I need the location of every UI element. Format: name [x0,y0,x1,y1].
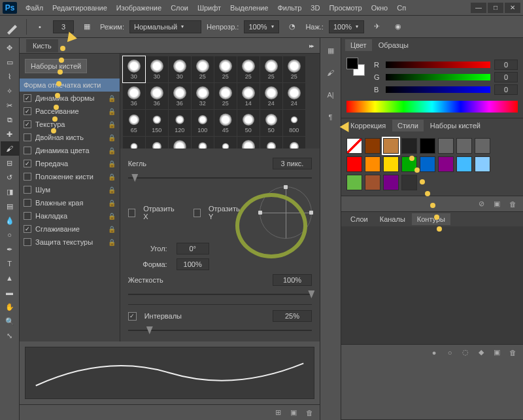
flip-x-checkbox[interactable] [128,209,135,217]
brush-thumb[interactable]: 30 [169,56,191,82]
maximize-button[interactable]: □ [488,3,503,13]
lasso-tool[interactable]: ⌇ [1,69,19,84]
style-swatch[interactable] [456,156,472,172]
brush-option-9[interactable]: Влажные края🔒 [20,196,120,209]
eraser-tool[interactable]: ◨ [1,184,19,199]
brush-presets-button[interactable]: Наборы кистей [25,59,87,73]
style-swatch[interactable] [383,138,399,154]
brush-thumb[interactable]: 36 [169,83,191,109]
brush-thumb[interactable]: 45 [214,110,237,136]
menu-help[interactable]: Сп [392,4,411,12]
brush-thumb[interactable]: 100 [192,110,214,136]
brush-option-checkbox[interactable] [24,94,31,102]
tab-color[interactable]: Цвет [345,39,372,51]
delete-style-icon[interactable]: 🗑 [507,199,518,209]
path-select-tool[interactable]: ▲ [1,271,19,285]
style-swatch[interactable] [383,156,399,172]
brush-thumb[interactable]: 50 [237,110,260,136]
brush-thumb[interactable]: 24 [260,83,282,109]
brush-thumb[interactable]: 641 [214,137,237,149]
menu-select[interactable]: Выделение [226,4,273,12]
brush-option-2[interactable]: Рассеивание🔒 [20,105,120,118]
brush-option-11[interactable]: Сглаживание🔒 [20,222,120,236]
clear-style-icon[interactable]: ⊘ [476,199,486,209]
brush-panel-toggle-icon[interactable]: ▦ [79,19,95,35]
g-value[interactable]: 0 [494,72,518,82]
path-selection-icon[interactable]: ◌ [460,347,471,358]
style-swatch[interactable] [438,138,454,154]
menu-edit[interactable]: Редактирование [48,4,112,12]
crop-tool[interactable]: ✂ [1,98,19,113]
brush-tool[interactable]: 🖌 [1,141,19,156]
brush-option-checkbox[interactable] [24,160,31,167]
brush-option-5[interactable]: Динамика цвета🔒 [20,144,120,157]
menu-type[interactable]: Шрифт [193,4,226,12]
brush-option-checkbox[interactable] [24,133,31,141]
spectrum-bar[interactable] [346,101,518,113]
tool-preset-icon[interactable] [5,19,21,35]
style-swatch[interactable] [365,138,380,154]
delete-path-icon[interactable]: 🗑 [507,347,518,358]
flip-y-checkbox[interactable] [194,209,201,217]
flow-field[interactable]: 100% [329,20,364,33]
brush-thumb[interactable]: 36 [123,83,145,109]
fg-bg-swatch[interactable] [346,58,365,76]
spacing-checkbox[interactable] [128,312,137,321]
brush-thumb[interactable]: 25 [237,56,260,82]
new-brush-icon[interactable]: ▣ [288,408,299,418]
dock-brush-icon[interactable]: 🖌 [324,65,338,80]
brush-thumb[interactable]: 25 [237,137,260,149]
brush-option-checkbox[interactable] [24,212,31,220]
brush-thumb[interactable]: 493 [123,137,145,149]
opacity-field[interactable]: 100% [244,20,279,33]
brush-thumb[interactable]: 36 [146,83,168,109]
style-swatch[interactable] [365,156,380,172]
brush-thumb[interactable]: 50 [260,110,282,136]
brush-option-8[interactable]: Шум🔒 [20,183,120,196]
brush-thumb[interactable]: 150 [146,110,168,136]
pressure-size-icon[interactable]: ◉ [390,19,406,35]
brush-option-checkbox[interactable] [24,173,31,181]
tab-styles[interactable]: Стили [392,120,424,131]
hand-tool[interactable]: ✋ [1,300,19,314]
brush-thumb[interactable]: 24 [283,83,305,109]
brush-option-checkbox[interactable] [24,107,31,115]
color-swap-icon[interactable]: ⤡ [1,328,19,343]
stamp-tool[interactable]: ⊟ [1,156,19,170]
hardness-slider[interactable] [128,290,312,299]
r-value[interactable]: 0 [494,60,518,70]
menu-file[interactable]: Файл [21,4,48,12]
brush-option-checkbox[interactable] [24,186,31,194]
style-swatch[interactable] [383,175,399,190]
menu-window[interactable]: Окно [367,4,393,12]
style-swatch[interactable] [401,138,417,154]
spacing-slider[interactable] [128,326,312,335]
roundness-value[interactable]: 100% [177,258,209,270]
brush-thumb[interactable]: 25 [214,83,237,109]
brush-thumb[interactable]: 100 [260,137,282,149]
style-swatch[interactable] [475,138,490,154]
path-stroke-icon[interactable]: ○ [445,347,455,358]
shape-tool[interactable]: ▬ [1,285,19,300]
brush-option-6[interactable]: Передача🔒 [20,157,120,170]
menu-filter[interactable]: Фильтр [273,4,306,12]
heal-tool[interactable]: ✚ [1,127,19,141]
path-mask-icon[interactable]: ◆ [476,347,486,358]
brush-option-7[interactable]: Положение кисти🔒 [20,170,120,183]
brush-thumb[interactable]: 25 [214,56,237,82]
style-swatch[interactable] [475,156,490,172]
menu-3d[interactable]: 3D [306,4,324,12]
brush-option-4[interactable]: Двойная кисть🔒 [20,131,120,144]
brush-option-1[interactable]: Динамика формы🔒 [20,92,120,105]
dock-paragraph-icon[interactable]: ¶ [324,110,338,124]
collapse-panel-icon[interactable]: ▸▸ [309,43,313,49]
brush-thumb[interactable]: 100 [146,137,168,149]
new-path-icon[interactable]: ▣ [492,347,502,358]
wand-tool[interactable]: ✧ [1,84,19,98]
r-slider[interactable] [386,61,490,68]
tab-brush-presets[interactable]: Наборы кистей [425,120,486,131]
history-brush-tool[interactable]: ↺ [1,170,19,184]
dodge-tool[interactable]: ○ [1,228,19,242]
hardness-value[interactable]: 100% [273,274,312,286]
tab-channels[interactable]: Каналы [375,213,411,225]
